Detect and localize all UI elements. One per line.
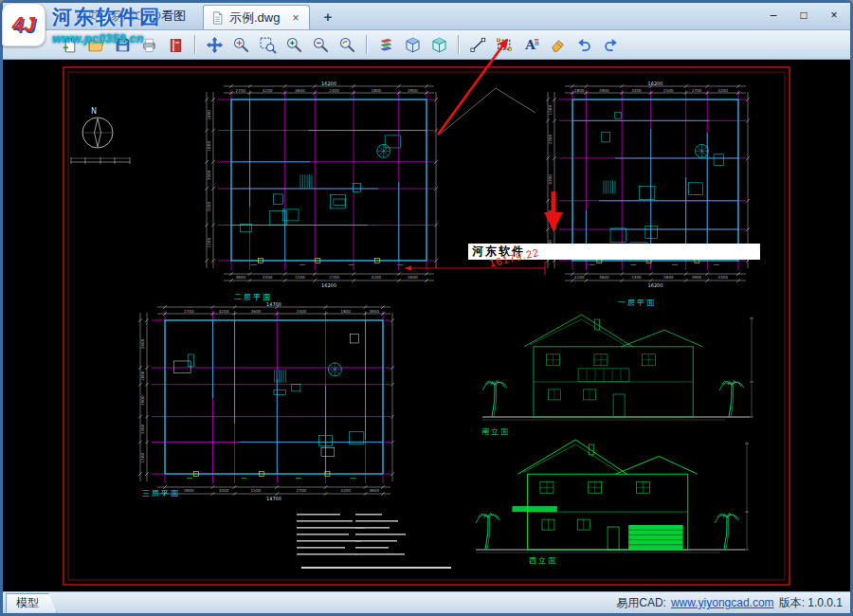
svg-text:2700: 2700 [692, 88, 702, 93]
plot-icon [167, 36, 185, 54]
new-tab-button[interactable]: + [319, 9, 336, 24]
new-button[interactable] [58, 32, 82, 57]
svg-text:1500: 1500 [295, 275, 305, 280]
view-3d-alt-button[interactable] [427, 32, 451, 57]
close-button[interactable]: × [822, 7, 846, 24]
svg-text:4200: 4200 [340, 488, 351, 493]
svg-text:1500: 1500 [663, 88, 674, 93]
zoom-in-button[interactable] [282, 32, 306, 57]
floor-plan: 2700420036002400180039001620024001800390… [205, 81, 438, 288]
svg-text:2700: 2700 [329, 275, 339, 280]
svg-text:16200: 16200 [321, 282, 336, 288]
zoom-window-button[interactable] [256, 32, 280, 57]
plan3-caption: 三层平面 [142, 488, 180, 498]
document-icon [211, 11, 224, 25]
plan1-caption: 二层平面 [234, 292, 272, 302]
svg-text:3600: 3600 [251, 309, 262, 314]
svg-text:3600: 3600 [408, 275, 418, 280]
svg-text:3300: 3300 [717, 275, 728, 280]
zoom-window-icon [259, 36, 277, 54]
svg-text:3900: 3900 [140, 395, 145, 406]
svg-text:3300: 3300 [219, 488, 229, 493]
tab-label: 示例.dwg [229, 9, 280, 27]
svg-text:1500: 1500 [548, 105, 553, 116]
save-button[interactable] [111, 32, 135, 57]
print-button[interactable] [137, 32, 161, 57]
measure-rect-button[interactable] [493, 32, 517, 57]
model-tab-label: 模型 [16, 595, 39, 611]
svg-text:1800: 1800 [340, 309, 351, 314]
svg-text:2700: 2700 [297, 488, 307, 493]
plot-button[interactable] [164, 32, 188, 57]
svg-text:16200: 16200 [321, 81, 336, 86]
svg-text:4200: 4200 [548, 174, 553, 185]
plan2-caption: 一层平面 [618, 298, 656, 308]
svg-text:3600: 3600 [599, 275, 609, 280]
pan-icon [206, 36, 224, 54]
tab-document[interactable]: 示例.dwg × [203, 5, 310, 29]
pan-button[interactable] [203, 32, 227, 57]
red-dimension-line [405, 262, 545, 275]
view-3d-alt-icon [430, 36, 448, 54]
minimize-button[interactable]: – [761, 7, 786, 24]
new-icon [61, 36, 79, 54]
svg-text:3600: 3600 [369, 488, 379, 493]
svg-text:3900: 3900 [235, 275, 245, 280]
undo-button[interactable] [572, 32, 596, 57]
zoom-out-button[interactable] [309, 32, 333, 57]
window-controls: – □ × [761, 7, 846, 24]
zoom-extents-button[interactable] [229, 32, 253, 57]
status-info: 易用CAD: www.yiyongcad.com 版本: 1.0.0.1 [616, 595, 843, 611]
svg-text:4200: 4200 [219, 309, 229, 314]
text-tool-icon: AB [522, 36, 540, 54]
svg-text:14700: 14700 [266, 496, 281, 501]
svg-text:3300: 3300 [263, 275, 273, 280]
open-button[interactable] [84, 32, 108, 57]
line-tool-icon [469, 36, 487, 54]
undo-icon [575, 36, 593, 54]
elev2-caption: 西立面 [529, 555, 557, 566]
drawing-canvas[interactable]: 2700420036002400180039001620024001800390… [3, 60, 850, 591]
home-icon [56, 9, 70, 24]
layers-button[interactable] [374, 32, 398, 57]
tab-close-button[interactable]: × [289, 11, 301, 25]
svg-text:3600: 3600 [295, 88, 305, 93]
svg-text:3900: 3900 [408, 88, 418, 93]
svg-text:2400: 2400 [329, 88, 339, 93]
zoom-out-icon [312, 36, 330, 54]
view-3d-button[interactable] [401, 32, 425, 57]
svg-text:2400: 2400 [140, 338, 145, 349]
website-link[interactable]: www.yiyongcad.com [671, 596, 774, 609]
zoom-in-icon [285, 36, 303, 54]
svg-text:3600: 3600 [548, 209, 553, 220]
svg-text:2400: 2400 [631, 275, 642, 280]
redo-icon [602, 36, 620, 54]
svg-text:3900: 3900 [184, 488, 194, 493]
maximize-button[interactable]: □ [791, 7, 816, 24]
home-tab-label: 首页 - 易用CAD看图 [75, 8, 186, 25]
svg-text:16200: 16200 [648, 282, 663, 288]
line-tool-button[interactable] [466, 32, 490, 57]
home-tab[interactable]: 首页 - 易用CAD看图 [56, 8, 186, 25]
text-tool-button[interactable]: AB [519, 32, 543, 57]
svg-text:1800: 1800 [574, 88, 585, 93]
zoom-prev-icon [338, 36, 356, 54]
svg-text:1500: 1500 [140, 453, 145, 463]
zoom-prev-button[interactable] [336, 32, 359, 57]
eraser-button[interactable] [546, 32, 570, 57]
floor-plan: 2700420036002400180039001470024001800390… [138, 301, 394, 501]
house-elevation [482, 315, 753, 420]
save-icon [114, 36, 132, 54]
toolbar: AB [3, 30, 850, 60]
svg-text:B: B [535, 39, 539, 45]
svg-text:3900: 3900 [599, 88, 609, 93]
svg-text:2700: 2700 [548, 135, 553, 145]
redo-button[interactable] [599, 32, 623, 57]
svg-text:4200: 4200 [574, 275, 585, 280]
model-tab[interactable]: 模型 [6, 593, 57, 613]
svg-text:4200: 4200 [263, 88, 273, 93]
north-compass [82, 118, 113, 148]
toolbar-separator [366, 35, 368, 54]
view-3d-icon [404, 36, 422, 54]
svg-text:4200: 4200 [717, 88, 728, 93]
